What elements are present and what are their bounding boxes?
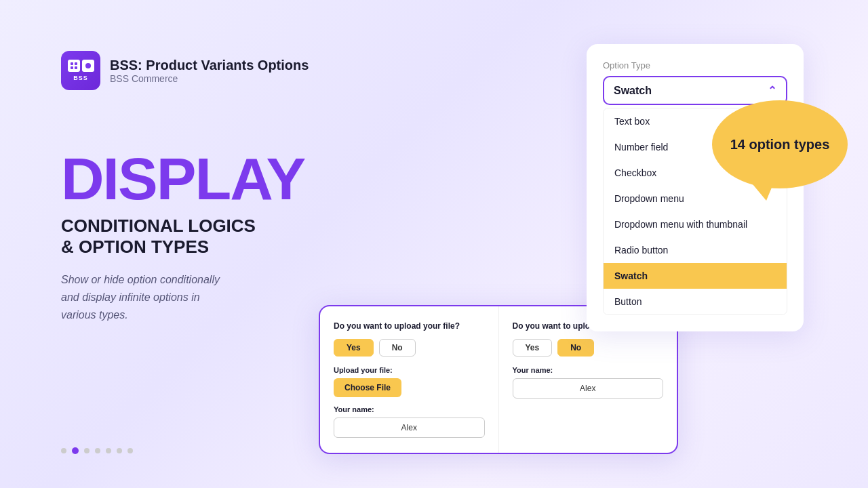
logo-label: BSS: [73, 75, 88, 81]
left-name-label: Your name:: [334, 405, 485, 413]
hero-subtitle: CONDITIONAL LOGICS& OPTION TYPES: [61, 216, 387, 258]
dot-2[interactable]: [72, 447, 79, 454]
choose-file-button[interactable]: Choose File: [334, 378, 401, 397]
dropdown-item-button[interactable]: Button: [604, 289, 787, 314]
right-no-button[interactable]: No: [557, 339, 594, 357]
left-question: Do you want to upload your file?: [334, 321, 485, 331]
left-yes-button[interactable]: Yes: [334, 339, 374, 357]
app-company: BSS Commerce: [110, 73, 309, 84]
chevron-up-icon: ⌃: [768, 84, 776, 97]
dropdown-item-dropdownthumbnail[interactable]: Dropdown menu with thumbnail: [604, 211, 787, 237]
right-name-label: Your name:: [513, 366, 664, 374]
dot-5[interactable]: [106, 448, 111, 453]
hero-section: DISPLAY CONDITIONAL LOGICS& OPTION TYPES…: [61, 149, 387, 323]
dot-6[interactable]: [117, 448, 122, 453]
left-no-button[interactable]: No: [379, 339, 416, 357]
dot-3[interactable]: [84, 448, 90, 453]
left-upload-label: Upload your file:: [334, 366, 485, 374]
select-value: Swatch: [614, 85, 652, 97]
bubble-text: 14 option types: [724, 129, 837, 160]
conditional-panel-left: Do you want to upload your file? Yes No …: [320, 306, 499, 453]
dot-7[interactable]: [127, 448, 133, 453]
app-name: BSS: Product Variants Options: [110, 58, 309, 73]
right-yes-no-buttons: Yes No: [513, 339, 664, 357]
right-yes-button[interactable]: Yes: [513, 339, 553, 357]
speech-bubble: 14 option types: [712, 100, 848, 188]
dropdown-item-radiobutton[interactable]: Radio button: [604, 237, 787, 263]
dot-4[interactable]: [95, 448, 100, 453]
dropdown-item-swatch[interactable]: Swatch: [604, 263, 787, 289]
app-logo: BSS: [61, 51, 100, 90]
svg-rect-2: [71, 66, 73, 69]
app-header: BSS BSS: Product Variants Options BSS Co…: [61, 51, 309, 90]
svg-point-4: [85, 63, 91, 68]
hero-display-text: DISPLAY: [61, 149, 387, 209]
hero-description: Show or hide option conditionallyand dis…: [61, 271, 278, 323]
dot-1[interactable]: [61, 448, 66, 453]
left-yes-no-buttons: Yes No: [334, 339, 485, 357]
select-box[interactable]: Swatch ⌃: [603, 76, 787, 105]
left-name-input[interactable]: [334, 418, 485, 438]
svg-rect-3: [75, 66, 77, 69]
right-name-input[interactable]: [513, 378, 664, 399]
option-type-label: Option Type: [603, 60, 787, 70]
svg-rect-1: [75, 62, 77, 65]
svg-rect-0: [71, 62, 73, 65]
pagination-dots: [61, 447, 133, 454]
